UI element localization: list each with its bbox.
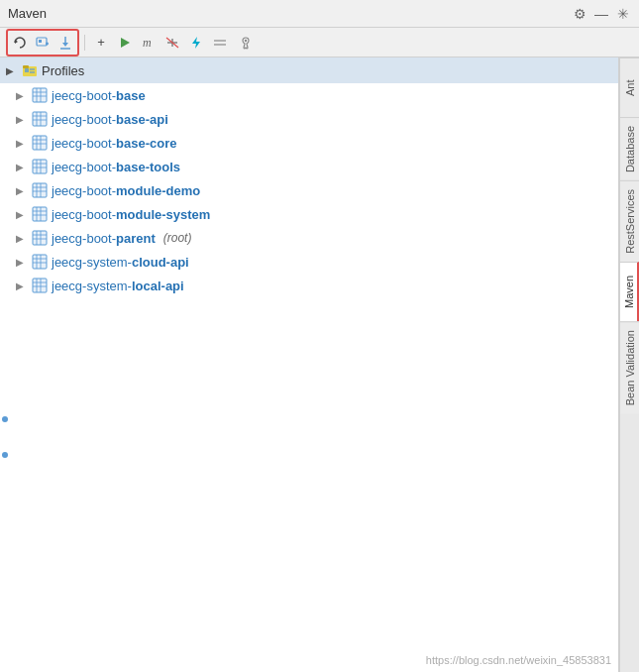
tree-item[interactable]: ▶ jeecg-system-cloud-api xyxy=(0,250,618,274)
module-icon xyxy=(32,159,48,174)
module-icon xyxy=(32,206,48,222)
svg-rect-18 xyxy=(23,65,29,68)
skip-tests-button[interactable] xyxy=(209,32,231,54)
svg-rect-19 xyxy=(25,68,29,72)
run-button[interactable] xyxy=(114,32,136,54)
item-name: jeecg-boot-base-api xyxy=(52,112,168,127)
add-maven-projects-button[interactable] xyxy=(32,32,53,54)
svg-rect-70 xyxy=(33,279,47,292)
left-dots xyxy=(2,416,8,458)
right-sidebar: Ant Database RestServices Maven Bean Val… xyxy=(619,57,639,672)
svg-marker-13 xyxy=(192,37,200,49)
expand-arrow: ▶ xyxy=(16,257,28,268)
title-bar: Maven ⚙ — ✳ xyxy=(0,0,639,28)
add-maven-icon xyxy=(36,36,50,50)
sidebar-tab-bean-validation[interactable]: Bean Validation xyxy=(620,321,639,413)
wrench-icon xyxy=(237,36,251,50)
window-title: Maven xyxy=(8,6,47,21)
profiles-row[interactable]: ▶ Profiles xyxy=(0,57,618,83)
expand-arrow: ▶ xyxy=(16,90,28,101)
expand-arrow: ▶ xyxy=(16,138,28,149)
profiles-folder-icon xyxy=(22,62,38,78)
item-name: jeecg-boot-base-core xyxy=(52,136,176,151)
skip-icon xyxy=(213,37,227,49)
tree-area: ▶ Profiles ▶ jeecg-boot-base▶ jeecg-boot… xyxy=(0,57,619,672)
svg-point-16 xyxy=(245,39,247,41)
expand-arrow: ▶ xyxy=(16,162,28,172)
toggle-offline-button[interactable] xyxy=(161,32,183,54)
settings-button[interactable] xyxy=(233,32,255,54)
tree-item[interactable]: ▶ jeecg-boot-module-system xyxy=(0,202,618,226)
svg-rect-34 xyxy=(33,136,47,150)
tree-item[interactable]: ▶ jeecg-boot-base-core xyxy=(0,131,618,155)
sidebar-tab-maven[interactable]: Maven xyxy=(620,262,639,321)
settings-icon[interactable]: ⚙ xyxy=(572,6,587,22)
maven-run-button[interactable]: m xyxy=(138,32,160,54)
module-icon xyxy=(32,182,48,198)
left-dot-2 xyxy=(2,452,8,458)
svg-marker-8 xyxy=(121,38,130,48)
profiles-expand-arrow: ▶ xyxy=(6,65,18,76)
item-name: jeecg-boot-module-system xyxy=(52,207,210,222)
expand-arrow: ▶ xyxy=(16,209,28,220)
svg-text:m: m xyxy=(143,37,152,49)
expand-arrow: ▶ xyxy=(16,185,28,196)
svg-rect-52 xyxy=(33,207,47,221)
tree-items-container: ▶ jeecg-boot-base▶ jeecg-boot-base-api▶ … xyxy=(0,83,618,297)
module-icon xyxy=(32,278,48,293)
pin-icon[interactable]: ✳ xyxy=(615,6,631,22)
svg-marker-0 xyxy=(15,40,18,44)
item-name: jeecg-system-cloud-api xyxy=(52,255,189,270)
run-icon xyxy=(119,37,131,49)
root-label: (root) xyxy=(163,231,192,245)
svg-rect-21 xyxy=(30,71,35,73)
reload-button[interactable] xyxy=(9,32,31,54)
tree-item[interactable]: ▶ jeecg-boot-base xyxy=(0,83,618,107)
svg-rect-20 xyxy=(30,68,35,70)
item-name: jeecg-system-local-api xyxy=(52,279,184,293)
toolbar-separator-1 xyxy=(84,35,85,51)
reload-icon xyxy=(13,36,27,50)
svg-rect-64 xyxy=(33,255,47,269)
watermark: https://blog.csdn.net/weixin_45853831 xyxy=(426,654,611,666)
sidebar-tab-rest-services[interactable]: RestServices xyxy=(620,180,639,262)
expand-arrow: ▶ xyxy=(16,280,28,291)
tree-item[interactable]: ▶ jeecg-boot-base-tools xyxy=(0,155,618,178)
module-icon xyxy=(32,111,48,127)
module-icon xyxy=(32,230,48,246)
profiles-label: Profiles xyxy=(42,63,84,78)
svg-rect-58 xyxy=(33,231,47,245)
sidebar-tab-ant[interactable]: Ant xyxy=(620,57,639,117)
svg-rect-28 xyxy=(33,112,47,126)
svg-rect-40 xyxy=(33,160,47,173)
add-button[interactable]: + xyxy=(90,32,112,54)
tree-item[interactable]: ▶ jeecg-boot-module-demo xyxy=(0,178,618,202)
sidebar-tab-database[interactable]: Database xyxy=(620,117,639,180)
lightning-icon xyxy=(190,36,202,50)
left-dot-1 xyxy=(2,416,8,422)
module-icon xyxy=(32,254,48,270)
maven-m-icon: m xyxy=(142,37,156,49)
module-icon xyxy=(32,87,48,103)
expand-arrow: ▶ xyxy=(16,233,28,244)
svg-rect-2 xyxy=(39,40,42,43)
minimize-icon[interactable]: — xyxy=(593,6,609,22)
expand-arrow: ▶ xyxy=(16,114,28,125)
svg-rect-22 xyxy=(33,88,47,102)
title-bar-controls: ⚙ — ✳ xyxy=(572,6,631,22)
toolbar: + m xyxy=(0,28,639,57)
item-name: jeecg-boot-parent xyxy=(52,231,156,246)
item-name: jeecg-boot-base xyxy=(52,88,146,103)
offline-icon xyxy=(165,37,179,49)
highlighted-toolbar-group xyxy=(6,29,79,56)
lightning-button[interactable] xyxy=(185,32,207,54)
download-icon xyxy=(58,36,72,50)
main-panel: ▶ Profiles ▶ jeecg-boot-base▶ jeecg-boot… xyxy=(0,57,639,672)
tree-item[interactable]: ▶ jeecg-boot-base-api xyxy=(0,107,618,131)
download-button[interactable] xyxy=(54,32,76,54)
module-icon xyxy=(32,135,48,151)
item-name: jeecg-boot-base-tools xyxy=(52,160,180,174)
svg-marker-6 xyxy=(62,43,68,47)
tree-item[interactable]: ▶ jeecg-boot-parent(root) xyxy=(0,226,618,250)
tree-item[interactable]: ▶ jeecg-system-local-api xyxy=(0,274,618,297)
